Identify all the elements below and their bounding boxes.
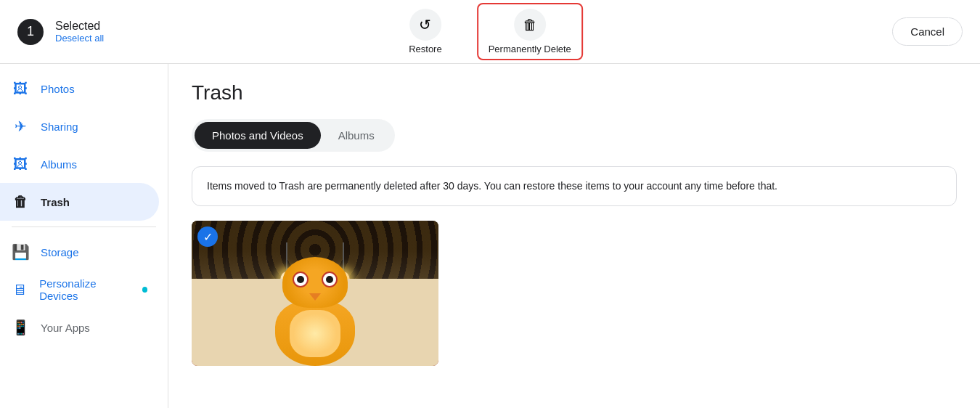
owl-figure	[264, 257, 366, 366]
restore-button[interactable]: ↺ Restore	[397, 3, 454, 60]
owl-photo	[192, 221, 438, 366]
sidebar-item-personalize-devices[interactable]: 🖥 Personalize Devices	[0, 271, 159, 309]
topbar-left: 1 Selected Deselect all	[17, 19, 104, 45]
main-layout: 🖼 Photos ✈ Sharing 🖼 Albums 🗑 Trash 💾 St…	[0, 64, 980, 408]
restore-icon: ↺	[409, 9, 441, 41]
tab-albums[interactable]: Albums	[321, 122, 392, 149]
selected-info: Selected Deselect all	[55, 20, 104, 44]
albums-icon: 🖼	[12, 156, 29, 173]
sidebar-item-label-trash: Trash	[41, 196, 70, 208]
sidebar-item-albums[interactable]: 🖼 Albums	[0, 145, 159, 183]
sidebar-item-photos[interactable]: 🖼 Photos	[0, 70, 159, 107]
personalize-devices-icon: 🖥	[12, 282, 28, 298]
cancel-button[interactable]: Cancel	[892, 17, 963, 46]
main-content: Trash Photos and Videos Albums Items mov…	[168, 64, 980, 408]
restore-label: Restore	[409, 44, 442, 54]
page-title: Trash	[192, 81, 957, 105]
photo-item[interactable]: ✓	[192, 221, 438, 366]
photo-grid: ✓	[192, 221, 957, 366]
sidebar: 🖼 Photos ✈ Sharing 🖼 Albums 🗑 Trash 💾 St…	[0, 64, 168, 408]
tab-photos-videos[interactable]: Photos and Videos	[195, 122, 321, 149]
trash-sidebar-icon: 🗑	[12, 194, 29, 211]
sidebar-divider	[12, 227, 156, 227]
sidebar-item-your-apps[interactable]: 📱 Your Apps	[0, 309, 159, 346]
sidebar-item-label-your-apps: Your Apps	[41, 322, 90, 334]
topbar-actions: ↺ Restore 🗑 Permanently Delete	[397, 3, 583, 60]
personalize-notification-dot	[142, 287, 147, 293]
deselect-all-button[interactable]: Deselect all	[55, 33, 104, 44]
selected-checkmark: ✓	[197, 227, 218, 247]
info-banner: Items moved to Trash are permanently del…	[192, 166, 957, 206]
sidebar-item-label-sharing: Sharing	[41, 121, 78, 133]
selected-count-badge: 1	[17, 19, 44, 45]
sharing-icon: ✈	[12, 118, 29, 135]
sidebar-item-label-storage: Storage	[41, 246, 79, 258]
permanently-delete-button[interactable]: 🗑 Permanently Delete	[477, 3, 583, 60]
sidebar-item-label-albums: Albums	[41, 158, 77, 171]
photos-icon: 🖼	[12, 81, 29, 97]
tab-bar: Photos and Videos Albums	[192, 119, 395, 152]
topbar-right: Cancel	[892, 17, 963, 46]
your-apps-icon: 📱	[12, 319, 29, 336]
sidebar-item-label-personalize-devices: Personalize Devices	[39, 277, 130, 302]
sidebar-item-label-photos: Photos	[41, 83, 75, 95]
topbar: 1 Selected Deselect all ↺ Restore 🗑 Perm…	[0, 0, 980, 64]
sidebar-item-storage[interactable]: 💾 Storage	[0, 233, 159, 271]
sidebar-item-sharing[interactable]: ✈ Sharing	[0, 107, 159, 145]
sidebar-item-trash[interactable]: 🗑 Trash	[0, 183, 159, 221]
storage-icon: 💾	[12, 243, 29, 261]
permanently-delete-label: Permanently Delete	[489, 44, 571, 54]
selected-title: Selected	[55, 20, 104, 33]
trash-icon: 🗑	[514, 9, 546, 41]
